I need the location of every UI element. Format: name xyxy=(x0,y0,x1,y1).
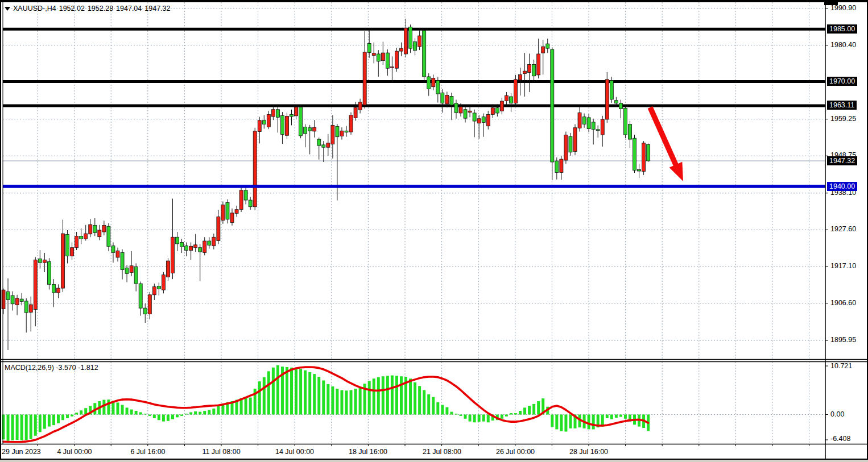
down-arrow-head xyxy=(669,162,683,181)
chart-canvas[interactable] xyxy=(0,0,868,462)
candles-layer xyxy=(2,19,650,350)
down-arrow-annotation xyxy=(650,107,677,167)
trading-chart-window: XAUUSD-,H4 1952.02 1952.28 1947.04 1947.… xyxy=(0,0,868,462)
macd-histogram xyxy=(2,365,650,441)
